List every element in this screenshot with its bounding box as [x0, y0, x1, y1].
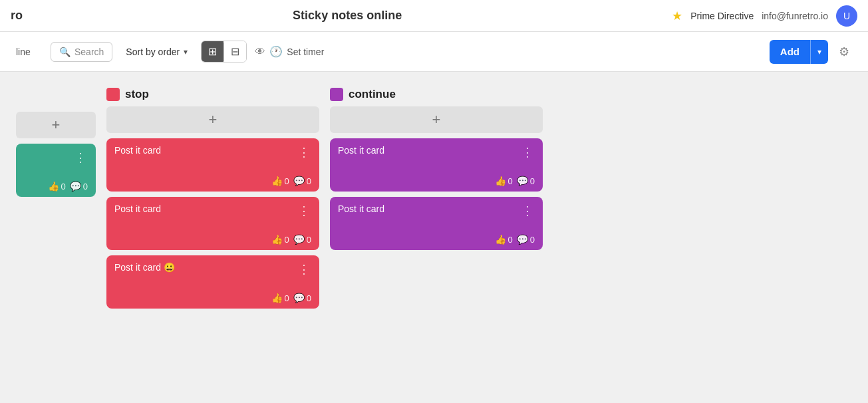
app-title: Sticky notes online	[293, 9, 402, 23]
search-icon: 🔍	[59, 47, 71, 57]
card-menu-icon[interactable]: ⋮	[297, 262, 311, 277]
comment-icon: 💬	[293, 176, 305, 186]
search-label: Search	[74, 47, 104, 57]
card-comments: 💬 0	[293, 176, 311, 186]
column-title-stop: stop	[125, 88, 149, 101]
timer-label: Set timer	[287, 47, 324, 57]
list-view-button[interactable]: ⊟	[224, 41, 246, 62]
card-menu-icon[interactable]: ⋮	[520, 203, 535, 218]
card-likes: 👍 0	[271, 234, 289, 245]
column-header-stop: stop	[106, 88, 319, 101]
add-button[interactable]: Add ▾	[770, 40, 828, 64]
card-menu-icon[interactable]: ⋮	[73, 150, 88, 165]
sort-button[interactable]: Sort by order ▾	[120, 43, 193, 61]
card-likes: 👍 0	[271, 176, 289, 186]
thumbs-up-icon: 👍	[495, 176, 506, 186]
timer-area[interactable]: 👁 🕐 Set timer	[255, 45, 324, 58]
app-logo-partial: ro	[11, 9, 23, 23]
add-chevron-icon: ▾	[811, 42, 828, 62]
top-nav: ro Sticky notes online ★ Prime Directive…	[0, 0, 868, 32]
top-nav-right: ★ Prime Directive info@funretro.io U	[672, 5, 857, 27]
add-card-button-continue[interactable]: +	[330, 106, 543, 133]
chevron-down-icon: ▾	[184, 47, 188, 57]
comment-icon: 💬	[70, 181, 81, 192]
thumbs-up-icon: 👍	[48, 181, 59, 192]
eye-icon: 👁	[255, 46, 265, 58]
column-header-continue: continue	[330, 88, 543, 101]
grid-view-button[interactable]: ⊞	[202, 41, 223, 62]
board: + ⋮ 👍 0 💬 0 stop +	[0, 72, 868, 403]
card-comments: 💬 0	[517, 234, 535, 245]
card-comments: 💬 0	[293, 234, 311, 245]
column-continue: continue + Post it card ⋮ 👍 0 💬 0	[330, 88, 543, 403]
stop-color-dot	[106, 88, 120, 101]
card-text: Post it card	[114, 203, 297, 214]
thumbs-up-icon: 👍	[271, 176, 283, 186]
column-teal-partial: + ⋮ 👍 0 💬 0	[16, 88, 96, 403]
card-stop-1: Post it card ⋮ 👍 0 💬 0	[106, 138, 319, 192]
star-icon: ★	[672, 9, 682, 23]
sidebar-label: line	[16, 47, 43, 57]
user-email: info@funretro.io	[762, 11, 828, 21]
prime-directive-label: Prime Directive	[690, 11, 754, 21]
search-box[interactable]: 🔍 Search	[51, 42, 112, 62]
settings-icon[interactable]: ⚙	[836, 42, 852, 62]
card-text: Post it card 😀	[114, 262, 297, 273]
card-text: Post it card	[338, 145, 520, 156]
card-stop-3: Post it card 😀 ⋮ 👍 0 💬 0	[106, 255, 319, 309]
card-comments: 💬 0	[517, 176, 535, 186]
user-avatar[interactable]: U	[836, 5, 857, 27]
card-text: Post it card	[114, 145, 297, 156]
card-menu-icon[interactable]: ⋮	[297, 203, 311, 218]
sort-label: Sort by order	[126, 47, 180, 57]
toolbar: line 🔍 Search Sort by order ▾ ⊞ ⊟ 👁 🕐 Se…	[0, 32, 868, 72]
column-stop: stop + Post it card ⋮ 👍 0 💬 0	[106, 88, 319, 403]
card-comments: 💬 0	[293, 293, 311, 303]
card-likes: 👍 0	[495, 234, 513, 245]
card-likes: 👍 0	[271, 293, 289, 303]
clock-icon: 🕐	[269, 45, 283, 58]
column-title-continue: continue	[349, 88, 396, 101]
card-likes: 👍 0	[495, 176, 513, 186]
add-card-button-stop[interactable]: +	[106, 106, 319, 133]
card-continue-1: Post it card ⋮ 👍 0 💬 0	[330, 138, 543, 192]
comment-icon: 💬	[517, 234, 528, 245]
card-continue-2: Post it card ⋮ 👍 0 💬 0	[330, 197, 543, 250]
card-text: Post it card	[338, 203, 520, 214]
card-stop-2: Post it card ⋮ 👍 0 💬 0	[106, 197, 319, 250]
add-button-label: Add	[770, 41, 810, 63]
card-menu-icon[interactable]: ⋮	[520, 145, 535, 160]
continue-color-dot	[330, 88, 343, 101]
comment-icon: 💬	[517, 176, 528, 186]
thumbs-up-icon: 👍	[495, 234, 506, 245]
comment-icon: 💬	[293, 293, 305, 303]
thumbs-up-icon: 👍	[271, 234, 283, 245]
card-comments: 💬 0	[70, 181, 88, 192]
view-toggle: ⊞ ⊟	[201, 41, 247, 63]
add-card-button-teal[interactable]: +	[16, 112, 96, 138]
thumbs-up-icon: 👍	[271, 293, 283, 303]
card-teal-1: ⋮ 👍 0 💬 0	[16, 144, 96, 197]
card-likes: 👍 0	[48, 181, 66, 192]
card-menu-icon[interactable]: ⋮	[297, 145, 311, 160]
comment-icon: 💬	[293, 234, 305, 245]
